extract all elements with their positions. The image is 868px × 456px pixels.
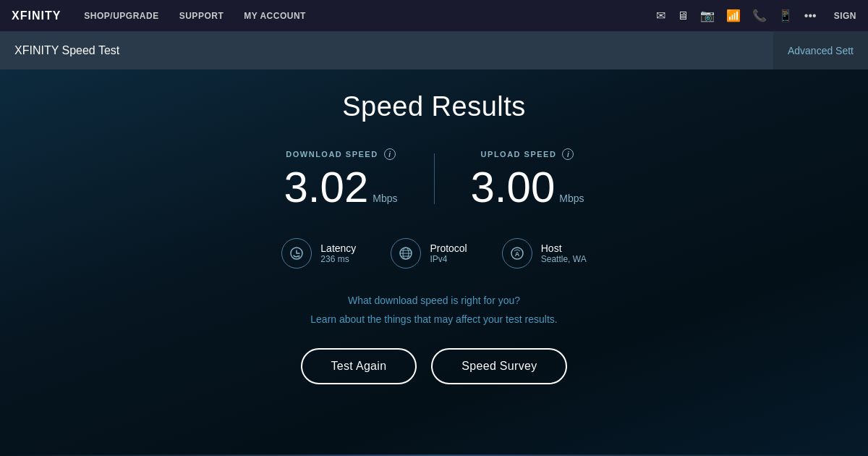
- host-icon: A: [502, 238, 532, 269]
- speed-container: DOWNLOAD SPEED i 3.02 Mbps UPLOAD SPEED …: [247, 148, 620, 209]
- upload-block: UPLOAD SPEED i 3.00 Mbps: [435, 148, 621, 209]
- host-label: Host: [541, 242, 587, 254]
- monitor-icon[interactable]: 🖥: [677, 9, 689, 22]
- upload-value: 3.00 Mbps: [471, 166, 584, 209]
- page-subtitle: XFINITY Speed Test: [14, 44, 119, 57]
- download-info-icon[interactable]: i: [384, 148, 396, 160]
- download-label-row: DOWNLOAD SPEED i: [286, 148, 395, 160]
- more-icon[interactable]: •••: [804, 9, 817, 22]
- protocol-stat: Protocol IPv4: [391, 238, 467, 269]
- latency-label: Latency: [320, 242, 356, 254]
- upload-label-row: UPLOAD SPEED i: [481, 148, 574, 160]
- nav-icons: ✉ 🖥 📷 📶 📞 📱 ••• SIGN: [656, 9, 856, 22]
- protocol-value: IPv4: [430, 254, 467, 264]
- latency-value: 236 ms: [320, 254, 356, 264]
- host-text: Host Seattle, WA: [541, 242, 587, 264]
- nav-links: SHOP/UPGRADE SUPPORT MY ACCOUNT: [84, 11, 656, 21]
- camera-icon[interactable]: 📷: [700, 9, 715, 22]
- mobile-icon[interactable]: 📱: [778, 9, 793, 22]
- latency-text: Latency 236 ms: [320, 242, 356, 264]
- main-content: Speed Results DOWNLOAD SPEED i 3.02 Mbps…: [0, 69, 868, 456]
- download-unit: Mbps: [373, 193, 397, 204]
- brand-logo: XFINITY: [12, 9, 61, 22]
- top-navigation: XFINITY SHOP/UPGRADE SUPPORT MY ACCOUNT …: [0, 0, 868, 32]
- upload-number: 3.00: [471, 166, 556, 209]
- phone-icon[interactable]: 📞: [752, 9, 767, 22]
- advanced-settings-button[interactable]: Advanced Sett: [773, 32, 868, 69]
- test-again-button[interactable]: Test Again: [301, 348, 417, 384]
- page-title: Speed Results: [342, 91, 526, 122]
- stats-row: Latency 236 ms Protocol IPv4: [281, 238, 586, 269]
- affect-results-link[interactable]: Learn about the things that may affect y…: [310, 313, 557, 325]
- nav-shop[interactable]: SHOP/UPGRADE: [84, 11, 158, 21]
- latency-stat: Latency 236 ms: [281, 238, 356, 269]
- protocol-text: Protocol IPv4: [430, 242, 467, 264]
- protocol-label: Protocol: [430, 242, 467, 254]
- speed-survey-button[interactable]: Speed Survey: [431, 348, 567, 384]
- info-links: What download speed is right for you? Le…: [310, 295, 557, 325]
- upload-info-icon[interactable]: i: [562, 148, 574, 160]
- upload-label: UPLOAD SPEED: [481, 150, 557, 159]
- download-block: DOWNLOAD SPEED i 3.02 Mbps: [247, 148, 433, 209]
- latency-icon: [281, 238, 312, 269]
- wifi-icon[interactable]: 📶: [726, 9, 741, 22]
- sub-navigation: XFINITY Speed Test Advanced Sett: [0, 32, 868, 69]
- svg-text:A: A: [514, 250, 519, 258]
- host-stat: A Host Seattle, WA: [502, 238, 587, 269]
- protocol-icon: [391, 238, 421, 269]
- nav-support[interactable]: SUPPORT: [179, 11, 224, 21]
- mail-icon[interactable]: ✉: [656, 9, 665, 22]
- download-speed-link[interactable]: What download speed is right for you?: [348, 295, 520, 306]
- upload-unit: Mbps: [559, 193, 584, 204]
- nav-account[interactable]: MY ACCOUNT: [244, 11, 306, 21]
- download-value: 3.02 Mbps: [284, 166, 397, 209]
- download-label: DOWNLOAD SPEED: [286, 150, 378, 159]
- host-value: Seattle, WA: [541, 254, 587, 264]
- action-buttons: Test Again Speed Survey: [301, 348, 568, 384]
- sign-in-button[interactable]: SIGN: [834, 11, 856, 21]
- download-number: 3.02: [284, 166, 368, 209]
